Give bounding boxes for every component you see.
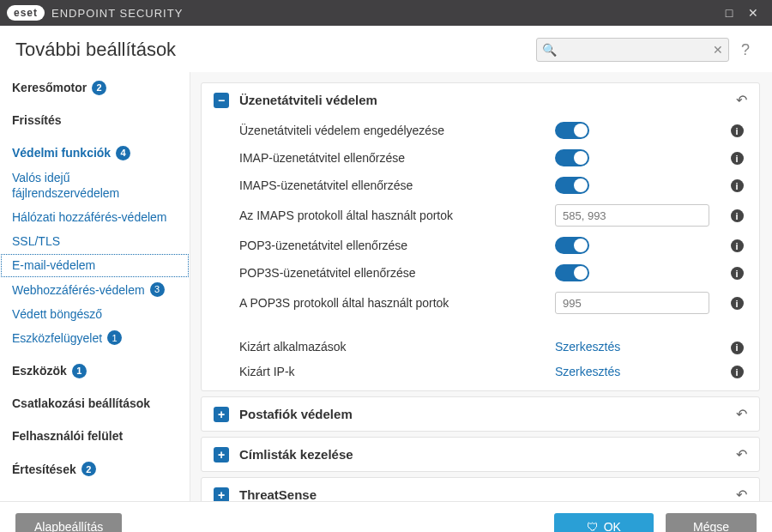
panel-postafiok: + Postafiók védelem ↶ [201, 396, 760, 432]
sidebar-item-label: SSL/TLS [12, 233, 60, 249]
window-close-icon[interactable]: ✕ [741, 6, 765, 20]
panel-title: Postafiók védelem [239, 407, 736, 421]
setting-label: Üzenetátviteli védelem engedélyezése [239, 124, 555, 137]
setting-label: Az IMAPS protokoll által használt portok [239, 209, 555, 222]
ok-button[interactable]: 🛡 OK [554, 513, 654, 533]
setting-label: IMAPS-üzenetátvitel ellenőrzése [239, 178, 555, 192]
panel-title: ThreatSense [239, 487, 736, 501]
sidebar-item-label: Csatlakozási beállítások [12, 396, 150, 411]
sidebar-item-label: Értesítések [12, 462, 76, 477]
sidebar-item-keresomotor[interactable]: Keresőmotor 2 [0, 76, 190, 100]
sidebar-badge: 1 [107, 330, 122, 345]
sidebar-item-felhasznaloi[interactable]: Felhasználói felület [0, 424, 190, 448]
info-icon[interactable]: i [731, 297, 744, 310]
search-input[interactable] [536, 38, 729, 62]
main-scroll[interactable]: − Üzenetátviteli védelem ↶ Üzenetátvitel… [197, 72, 763, 501]
setting-row: Kizárt IP-k Szerkesztés i [202, 360, 759, 391]
sidebar-item-label: Védelmi funkciók [12, 145, 111, 160]
sidebar-item-webhozzaferes[interactable]: Webhozzáférés-védelem 3 [0, 278, 190, 302]
info-icon[interactable]: i [731, 239, 744, 252]
info-icon[interactable]: i [731, 152, 744, 165]
setting-label: A POP3S protokoll által használt portok [239, 296, 555, 310]
undo-icon[interactable]: ↶ [736, 487, 747, 501]
sidebar-item-eszkozok[interactable]: Eszközök 1 [0, 359, 190, 383]
sidebar-item-label: Eszközök [12, 363, 67, 378]
panel-title: Üzenetátviteli védelem [239, 93, 736, 107]
titlebar: eset ENDPOINT SECURITY □ ✕ [0, 0, 772, 26]
button-label: Mégse [693, 520, 729, 533]
collapse-icon[interactable]: − [214, 93, 229, 108]
setting-label: IMAP-üzenetátvitel ellenőrzése [239, 151, 555, 165]
edit-excluded-ips-link[interactable]: Szerkesztés [555, 365, 620, 378]
sidebar-item-halozati[interactable]: Hálózati hozzáférés-védelem [0, 205, 190, 229]
cancel-button[interactable]: Mégse [666, 513, 757, 533]
setting-row: POP3S-üzenetátvitel ellenőrzése i [202, 259, 759, 287]
panel-uzenetatviteli: − Üzenetátviteli védelem ↶ Üzenetátvitel… [201, 82, 760, 391]
setting-row: Kizárt alkalmazások Szerkesztés i [202, 335, 759, 360]
toggle-pop3[interactable] [555, 237, 589, 254]
setting-row: Az IMAPS protokoll által használt portok… [202, 199, 759, 232]
imaps-ports-input[interactable] [555, 204, 709, 227]
clear-search-icon[interactable]: ✕ [713, 43, 723, 57]
expand-icon[interactable]: + [214, 487, 229, 502]
help-icon[interactable]: ? [734, 41, 757, 59]
panel-title: Címlisták kezelése [239, 447, 736, 462]
window-maximize-icon[interactable]: □ [717, 6, 741, 20]
sidebar-item-label: Védett böngésző [12, 306, 102, 322]
setting-row: IMAP-üzenetátvitel ellenőrzése i [202, 144, 759, 172]
toggle-enable-protection[interactable] [555, 122, 589, 139]
default-button[interactable]: Alapbeállítás [15, 513, 122, 533]
undo-icon[interactable]: ↶ [736, 406, 747, 422]
search-icon: 🔍 [542, 43, 557, 57]
setting-label: POP3S-üzenetátvitel ellenőrzése [239, 266, 555, 280]
sidebar-item-label: Valós idejű fájlrendszervédelem [12, 170, 178, 201]
sidebar-item-vedett-bongeszo[interactable]: Védett böngésző [0, 302, 190, 326]
sidebar-item-label: Frissítés [12, 112, 62, 128]
sidebar: Keresőmotor 2 Frissítés Védelmi funkciók… [0, 72, 190, 501]
info-icon[interactable]: i [731, 342, 744, 354]
info-icon[interactable]: i [731, 179, 744, 192]
sidebar-item-csatlakozasi[interactable]: Csatlakozási beállítások [0, 391, 190, 415]
sidebar-item-label: E-mail-védelem [12, 257, 95, 273]
sidebar-item-ertesitesek[interactable]: Értesítések 2 [0, 457, 190, 481]
expand-icon[interactable]: + [214, 447, 229, 462]
sidebar-item-frissites[interactable]: Frissítés [0, 108, 190, 132]
footer: Alapbeállítás 🛡 OK Mégse [0, 501, 772, 532]
setting-label: POP3-üzenetátvitel ellenőrzése [239, 239, 555, 252]
toggle-pop3s[interactable] [555, 264, 589, 281]
expand-icon[interactable]: + [214, 407, 229, 422]
setting-row: IMAPS-üzenetátvitel ellenőrzése i [202, 172, 759, 199]
setting-row: Üzenetátviteli védelem engedélyezése i [202, 117, 759, 144]
setting-label: Kizárt alkalmazások [239, 340, 555, 354]
info-icon[interactable]: i [731, 366, 744, 378]
edit-excluded-apps-link[interactable]: Szerkesztés [555, 340, 620, 354]
setting-row: POP3-üzenetátvitel ellenőrzése i [202, 232, 759, 259]
sidebar-item-vedelmi-funkciok[interactable]: Védelmi funkciók 4 [0, 141, 190, 165]
sidebar-badge: 3 [150, 282, 165, 297]
undo-icon[interactable]: ↶ [736, 446, 747, 462]
search-field-wrap: 🔍 ✕ [536, 38, 729, 62]
sidebar-item-eszkozfelugyelet[interactable]: Eszközfelügyelet 1 [0, 326, 190, 350]
brand-logo: eset [7, 5, 45, 21]
button-label: Alapbeállítás [34, 520, 103, 533]
page-header: További beállítások 🔍 ✕ ? [0, 26, 772, 72]
sidebar-item-label: Felhasználói felület [12, 428, 123, 444]
toggle-imaps[interactable] [555, 177, 589, 194]
page-title: További beállítások [15, 39, 176, 61]
sidebar-item-label: Hálózati hozzáférés-védelem [12, 209, 167, 225]
sidebar-item-valos-ideju[interactable]: Valós idejű fájlrendszervédelem [0, 166, 190, 205]
info-icon[interactable]: i [731, 267, 744, 280]
pop3s-ports-input[interactable] [555, 292, 709, 314]
product-name: ENDPOINT SECURITY [51, 7, 183, 20]
sidebar-item-email-vedelem[interactable]: E-mail-védelem [0, 253, 190, 277]
sidebar-badge: 2 [92, 81, 106, 95]
sidebar-item-ssl-tls[interactable]: SSL/TLS [0, 229, 190, 253]
panel-threatsense: + ThreatSense ↶ [201, 477, 760, 501]
info-icon[interactable]: i [731, 209, 744, 222]
main-area: − Üzenetátviteli védelem ↶ Üzenetátvitel… [190, 72, 772, 501]
info-icon[interactable]: i [731, 124, 744, 137]
button-label: OK [604, 520, 621, 533]
toggle-imap[interactable] [555, 149, 589, 166]
undo-icon[interactable]: ↶ [736, 92, 747, 108]
sidebar-badge: 2 [81, 462, 96, 476]
